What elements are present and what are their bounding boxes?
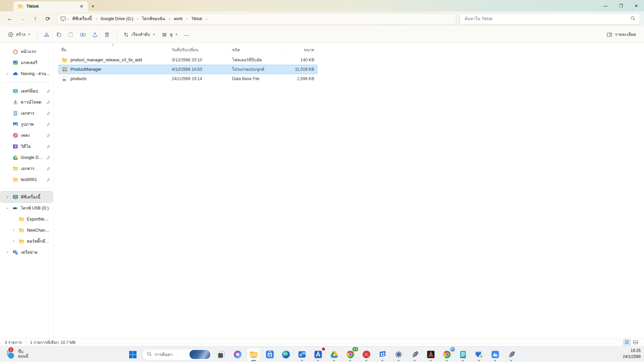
sidebar-item-วิดีโอ[interactable]: วิดีโอ bbox=[1, 141, 53, 152]
column-header-2[interactable]: ชนิด bbox=[229, 46, 285, 53]
search-box[interactable]: ค้นหาใน Tiktok bbox=[460, 13, 640, 24]
sidebar-item-narong-ส่วนบุคคล[interactable]: Narong - ส่วนบุคคล bbox=[1, 68, 53, 79]
taskbar-store-icon[interactable] bbox=[263, 348, 276, 361]
more-options-button[interactable]: ... bbox=[181, 30, 193, 39]
taskbar-outlook-icon[interactable] bbox=[295, 348, 309, 361]
taskbar-notes-icon[interactable] bbox=[456, 348, 470, 361]
sidebar-item-เพลง[interactable]: เพลง bbox=[1, 130, 53, 141]
delete-button[interactable] bbox=[101, 29, 113, 40]
sidebar-item-เอกสาร[interactable]: เอกสาร bbox=[1, 108, 53, 119]
video-icon bbox=[12, 143, 18, 149]
chevron-right-icon[interactable] bbox=[11, 229, 16, 232]
breadcrumb-chevron-icon[interactable]: › bbox=[185, 17, 189, 21]
breadcrumb-item[interactable]: Tiktok bbox=[189, 15, 205, 22]
sidebar-item-ดาวน์โหลด[interactable]: ดาวน์โหลด bbox=[1, 97, 53, 108]
tab-close-icon[interactable]: ✕ bbox=[78, 3, 85, 10]
explorer-tab[interactable]: Tiktok ✕ bbox=[13, 1, 88, 11]
column-header-1[interactable]: วันที่ปรับเปลี่ยน bbox=[169, 46, 229, 53]
breadcrumb-item[interactable]: work bbox=[171, 15, 185, 22]
breadcrumb: ›พีซีเครื่องนี้›Google Drive (G:)›ไดรฟ์ข… bbox=[66, 14, 209, 23]
sidebar-item-แกลเลอรี[interactable]: แกลเลอรี bbox=[1, 57, 53, 68]
up-button[interactable]: ↑ bbox=[29, 13, 42, 24]
sidebar-item-พีซีเครื่องนี้[interactable]: พีซีเครื่องนี้ bbox=[1, 191, 53, 202]
taskbar-task-view-icon[interactable] bbox=[215, 348, 228, 361]
address-bar[interactable]: ›พีซีเครื่องนี้›Google Drive (G:)›ไดรฟ์ข… bbox=[57, 13, 456, 24]
sidebar-item-เครือข่าย[interactable]: เครือข่าย bbox=[1, 247, 53, 258]
file-row-ProductManager[interactable]: ProductManager4/12/2568 14:53โปรแกรมประย… bbox=[58, 65, 317, 74]
rename-button[interactable] bbox=[77, 29, 89, 40]
breadcrumb-chevron-icon[interactable]: › bbox=[205, 17, 209, 21]
taskbar-chrome-globe-icon[interactable] bbox=[440, 348, 453, 361]
breadcrumb-item[interactable]: พีซีเครื่องนี้ bbox=[70, 14, 94, 23]
details-pane-button[interactable]: รายละเอียด bbox=[603, 29, 639, 40]
column-header-3[interactable]: ขนาด bbox=[285, 46, 317, 53]
restore-button[interactable]: ❐ bbox=[613, 0, 629, 11]
taskbar-clock[interactable]: 19:25 24/1/2569 bbox=[623, 348, 641, 360]
sidebar-item-รูปภาพ[interactable]: รูปภาพ bbox=[1, 119, 53, 130]
file-size: 11,019 KB bbox=[285, 67, 317, 72]
breadcrumb-chevron-icon[interactable]: › bbox=[94, 17, 98, 21]
file-row-products[interactable]: products24/1/2569 19:14Data Base File2,5… bbox=[58, 74, 317, 83]
sidebar-item-google-drive-g-[interactable]: Google Drive (G:) bbox=[1, 152, 53, 163]
view-button[interactable]: ดู ▼ bbox=[158, 29, 181, 40]
chevron-right-icon[interactable] bbox=[5, 72, 10, 75]
chevron-right-icon[interactable] bbox=[5, 251, 10, 254]
sidebar-item-newchannel[interactable]: NewChannel bbox=[1, 225, 53, 236]
taskbar-power-swirl-icon[interactable]: P bbox=[360, 348, 373, 361]
cut-button[interactable] bbox=[41, 29, 53, 40]
usb-icon bbox=[12, 205, 18, 211]
column-header-0[interactable]: ชื่อ˄ bbox=[58, 46, 169, 53]
taskbar-app-a-icon[interactable] bbox=[311, 348, 325, 361]
thumbnail-view-toggle[interactable] bbox=[632, 339, 639, 345]
widgets-button[interactable]: 2 ขึ้น ตอนนี้ bbox=[2, 347, 31, 361]
search-highlight-image[interactable] bbox=[190, 350, 210, 359]
taskbar-quill-icon[interactable] bbox=[408, 348, 421, 361]
sidebar-item-คอร์สติ๊กต๊อก2026[interactable]: คอร์สติ๊กต๊อก2026 bbox=[1, 236, 53, 247]
file-name: product_manager_release_v3_fix_add bbox=[70, 58, 142, 62]
chevron-down-icon[interactable] bbox=[5, 206, 10, 210]
taskbar-google-drive-icon[interactable] bbox=[327, 348, 341, 361]
new-button[interactable]: สร้าง ▼ bbox=[5, 29, 34, 40]
file-row-product_manager_release_v3_fix_add[interactable]: product_manager_release_v3_fix_add3/12/2… bbox=[58, 55, 317, 65]
breadcrumb-item[interactable]: Google Drive (G:) bbox=[98, 15, 136, 22]
taskbar-dark-a-icon[interactable] bbox=[424, 348, 437, 361]
taskbar-quill-2-icon[interactable] bbox=[504, 348, 518, 361]
sidebar-item-test0001[interactable]: test0001 bbox=[1, 174, 53, 185]
taskbar-remote-desktop-icon[interactable] bbox=[472, 348, 486, 361]
taskbar-search[interactable]: การค้นหา bbox=[142, 349, 212, 360]
breadcrumb-chevron-icon[interactable]: › bbox=[167, 17, 171, 21]
taskbar-chrome-icon[interactable]: SJ bbox=[343, 348, 357, 361]
minimize-button[interactable]: — bbox=[598, 0, 613, 11]
sidebar-item-exportnewchanel[interactable]: ExportNewChanel bbox=[1, 214, 53, 225]
sort-button[interactable]: เรียงลำดับ ▼ bbox=[120, 29, 158, 40]
sidebar-item-หน้าแรก[interactable]: หน้าแรก bbox=[1, 46, 53, 57]
sidebar-item-ไดรฟ์-usb-d-[interactable]: ไดรฟ์ USB (D:) bbox=[1, 202, 53, 214]
copy-button[interactable] bbox=[53, 29, 65, 40]
sidebar-item-เดสก์ท็อป[interactable]: เดสก์ท็อป bbox=[1, 85, 53, 97]
forward-button[interactable]: → bbox=[16, 13, 29, 24]
chevron-right-icon[interactable] bbox=[5, 195, 10, 199]
breadcrumb-chevron-icon[interactable]: › bbox=[66, 17, 70, 21]
taskbar-blue-m-icon[interactable] bbox=[488, 348, 502, 361]
sidebar-item-เอกสาร[interactable]: เอกสาร bbox=[1, 163, 53, 174]
breadcrumb-item[interactable]: ไดรฟ์ของฉัน bbox=[140, 14, 167, 23]
file-type: Data Base File bbox=[229, 76, 285, 81]
paste-button[interactable] bbox=[65, 29, 77, 40]
details-view-toggle[interactable] bbox=[623, 339, 631, 345]
taskbar-settings-icon[interactable] bbox=[392, 348, 405, 361]
running-indicator bbox=[333, 360, 335, 361]
share-button[interactable] bbox=[89, 29, 101, 40]
music-icon bbox=[12, 132, 18, 138]
breadcrumb-chevron-icon[interactable]: › bbox=[136, 17, 140, 21]
taskbar-file-explorer-icon[interactable] bbox=[247, 348, 260, 361]
close-button[interactable]: ✕ bbox=[629, 0, 644, 11]
refresh-button[interactable]: ⟳ bbox=[42, 13, 54, 24]
taskbar-start-icon[interactable] bbox=[126, 348, 140, 361]
new-tab-button[interactable]: + bbox=[88, 1, 98, 11]
taskbar-copilot-icon[interactable] bbox=[231, 348, 244, 361]
back-button[interactable]: ← bbox=[3, 13, 16, 24]
taskbar-blue-tiles-icon[interactable] bbox=[376, 348, 389, 361]
details-label: รายละเอียด bbox=[615, 31, 636, 38]
chevron-right-icon[interactable] bbox=[11, 240, 16, 243]
taskbar-edge-icon[interactable] bbox=[279, 348, 292, 361]
